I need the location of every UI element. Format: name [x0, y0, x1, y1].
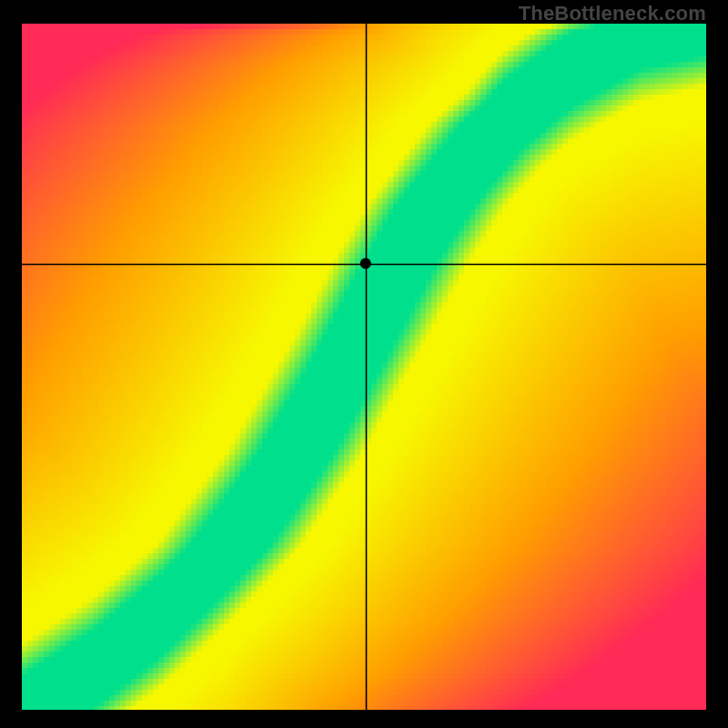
bottleneck-heatmap: TheBottleneck.com [0, 0, 728, 728]
heatmap-canvas [0, 0, 728, 728]
watermark-text: TheBottleneck.com [519, 2, 706, 25]
